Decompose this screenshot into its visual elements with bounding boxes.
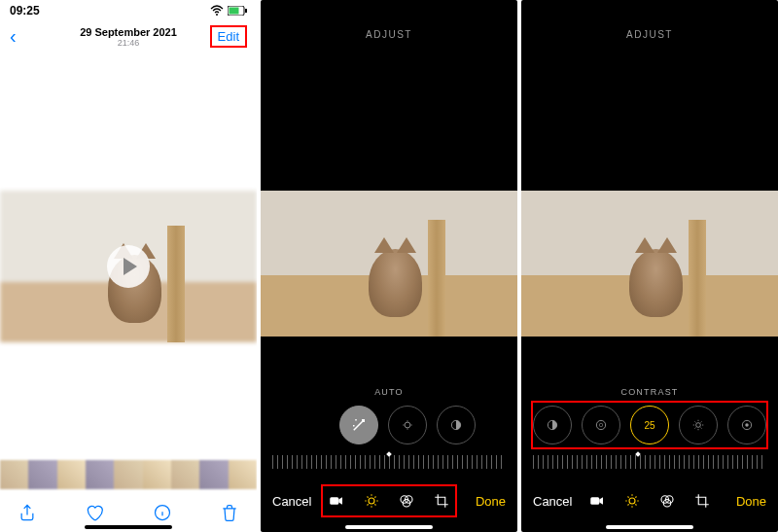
crop-mode-icon[interactable]	[693, 492, 711, 510]
video-mode-icon[interactable]	[588, 492, 606, 510]
blackpoint-icon	[740, 418, 754, 432]
edit-bottom-bar: Cancel Done	[261, 481, 517, 520]
exposure-icon	[401, 418, 414, 432]
battery-icon	[228, 6, 247, 16]
thumbnail-strip[interactable]	[0, 460, 257, 489]
heart-icon[interactable]	[85, 503, 104, 522]
edit-mode-tabs	[582, 492, 718, 510]
svg-point-14	[599, 423, 603, 427]
home-indicator[interactable]	[345, 525, 433, 529]
svg-rect-7	[330, 497, 338, 505]
cancel-button[interactable]: Cancel	[533, 494, 582, 509]
back-button[interactable]: ‹	[10, 25, 17, 48]
crop-mode-icon[interactable]	[433, 492, 450, 510]
edit-adjust-auto-screen: ADJUST AUTO Cancel Done	[261, 0, 517, 532]
exposure-icon	[546, 418, 559, 432]
home-indicator[interactable]	[606, 525, 693, 529]
adjustment-slider[interactable]	[533, 455, 766, 469]
adjust-mode-icon[interactable]	[623, 492, 641, 510]
adjust-header: ADJUST	[521, 29, 778, 40]
exposure-dial[interactable]	[388, 406, 427, 444]
svg-point-8	[369, 498, 374, 504]
cancel-button[interactable]: Cancel	[272, 494, 321, 509]
info-icon[interactable]	[153, 503, 172, 522]
done-button[interactable]: Done	[457, 494, 506, 509]
trash-icon[interactable]	[220, 503, 239, 522]
video-mode-icon[interactable]	[328, 492, 345, 510]
contrast-value: 25	[644, 420, 654, 431]
share-icon[interactable]	[18, 503, 37, 522]
brightness-icon	[691, 418, 705, 432]
video-preview[interactable]	[521, 191, 778, 337]
edit-adjust-contrast-screen: ADJUST CONTRAST 25 Cancel	[521, 0, 778, 532]
filters-mode-icon[interactable]	[398, 492, 415, 510]
wifi-icon	[210, 5, 224, 17]
edit-button[interactable]: Edit	[210, 25, 247, 48]
status-time: 09:25	[10, 4, 40, 18]
exposure-dial[interactable]	[533, 406, 572, 444]
svg-point-17	[745, 423, 749, 427]
svg-point-15	[696, 423, 701, 428]
done-button[interactable]: Done	[718, 494, 766, 509]
adjust-mode-icon[interactable]	[363, 492, 380, 510]
video-preview[interactable]	[261, 191, 517, 337]
contrast-dial[interactable]: 25	[630, 406, 669, 444]
adjust-sublabel: AUTO	[261, 387, 517, 397]
adjust-sublabel: CONTRAST	[521, 387, 778, 397]
svg-point-0	[216, 14, 218, 16]
video-preview[interactable]	[0, 191, 257, 342]
contrast-dial[interactable]	[437, 406, 476, 444]
status-bar: 09:25	[0, 0, 257, 21]
svg-point-5	[405, 422, 410, 428]
adjustment-dials	[261, 406, 517, 444]
filters-mode-icon[interactable]	[658, 492, 676, 510]
adjust-header: ADJUST	[261, 29, 517, 40]
svg-rect-2	[245, 9, 247, 13]
auto-dial[interactable]	[339, 406, 378, 444]
status-icons	[210, 5, 247, 17]
highlights-dial[interactable]	[582, 406, 620, 444]
svg-rect-18	[590, 497, 599, 505]
contrast-icon	[449, 418, 463, 432]
svg-rect-3	[230, 8, 239, 15]
play-icon[interactable]	[107, 245, 150, 288]
home-indicator[interactable]	[85, 525, 172, 529]
svg-point-19	[629, 498, 635, 504]
highlights-icon	[594, 418, 608, 432]
edit-bottom-bar: Cancel Done	[521, 481, 778, 520]
blackpoint-dial[interactable]	[727, 406, 766, 444]
svg-point-13	[596, 420, 605, 429]
brightness-dial[interactable]	[679, 406, 718, 444]
adjustment-dials: 25	[521, 406, 778, 444]
magic-wand-icon	[350, 416, 368, 434]
photos-detail-screen: 09:25 ‹ 29 September 2021 21:46 Edit	[0, 0, 257, 532]
edit-mode-tabs	[321, 484, 457, 517]
nav-bar: ‹ 29 September 2021 21:46 Edit	[0, 21, 257, 55]
adjustment-slider[interactable]	[272, 455, 506, 469]
